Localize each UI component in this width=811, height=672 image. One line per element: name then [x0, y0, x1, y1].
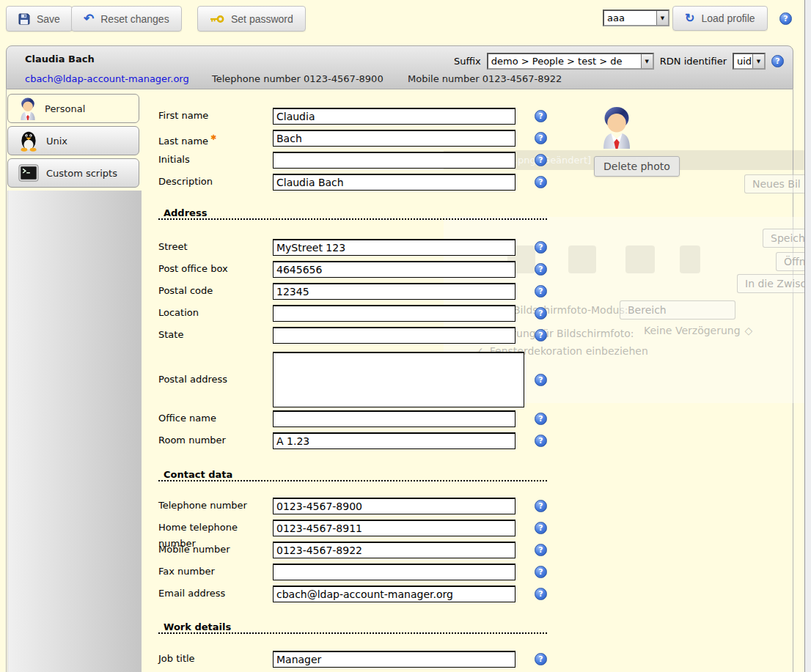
last-name-label: Last name — [158, 136, 208, 147]
initials-help-icon[interactable]: ? — [535, 154, 547, 166]
dropdown-arrow-icon: ▼ — [752, 54, 764, 68]
description-input[interactable] — [273, 174, 515, 191]
postal-address-help-icon[interactable]: ? — [535, 374, 547, 386]
tab-unix-label: Unix — [46, 136, 67, 147]
last-name-input[interactable] — [273, 130, 515, 147]
initials-label: Initials — [158, 152, 273, 168]
scrollbar[interactable] — [804, 0, 811, 672]
street-label: Street — [158, 239, 273, 255]
set-password-button[interactable]: Set password — [197, 6, 306, 32]
sidebar-panel — [7, 191, 142, 672]
dropdown-arrow-icon: ▼ — [656, 11, 668, 25]
form-row-first-name: First name ? — [158, 108, 576, 130]
postal-code-help-icon[interactable]: ? — [535, 285, 547, 298]
first-name-help-icon[interactable]: ? — [535, 110, 547, 122]
room-number-input[interactable] — [273, 432, 515, 449]
location-help-icon[interactable]: ? — [535, 307, 547, 320]
postal-address-label: Postal address — [158, 372, 273, 388]
email-input[interactable] — [273, 586, 515, 602]
po-box-label: Post office box — [158, 261, 273, 277]
tab-unix[interactable]: Unix — [7, 126, 139, 155]
room-number-help-icon[interactable]: ? — [535, 435, 547, 447]
location-label: Location — [158, 305, 273, 321]
reset-changes-label: Reset changes — [100, 13, 169, 25]
street-input[interactable] — [273, 239, 515, 256]
suffix-select[interactable]: demo > People > test > de ▼ — [487, 53, 654, 70]
header-telephone-text: Telephone number 0123-4567-8900 — [212, 73, 384, 84]
form-row-description: Description ? — [158, 174, 576, 196]
form-row-last-name: Last name✱ ? — [158, 130, 576, 152]
home-telephone-input[interactable] — [273, 520, 515, 536]
form-row-office-name: Office name ? — [158, 410, 576, 432]
po-box-help-icon[interactable]: ? — [535, 263, 547, 276]
po-box-input[interactable] — [273, 261, 515, 278]
profile-select-value: aaa — [604, 11, 656, 25]
form-row-initials: Initials ? — [158, 152, 576, 174]
room-number-label: Room number — [158, 432, 273, 448]
form-row-room-number: Room number ? — [158, 432, 576, 454]
rdn-select[interactable]: uid ▼ — [733, 53, 766, 70]
rdn-label: RDN identifier — [660, 56, 727, 67]
fax-input[interactable] — [273, 564, 515, 580]
form-row-home-telephone: Home telephone number ? — [158, 520, 576, 542]
form-row-postal-address: Postal address ? — [158, 349, 576, 410]
fax-help-icon[interactable]: ? — [535, 566, 547, 578]
delete-photo-button[interactable]: Delete photo — [594, 156, 680, 177]
reset-changes-button[interactable]: ↶ Reset changes — [71, 6, 182, 32]
suffix-select-value: demo > People > test > de — [488, 54, 641, 68]
header-suffix-controls: Suffix demo > People > test > de ▼ RDN i… — [454, 53, 784, 70]
account-title: Claudia Bach — [25, 53, 95, 64]
description-help-icon[interactable]: ? — [535, 176, 547, 188]
load-profile-label: Load profile — [701, 12, 755, 24]
form-row-fax: Fax number ? — [158, 564, 576, 586]
office-name-input[interactable] — [273, 410, 515, 427]
form-row-postal-code: Postal code ? — [158, 283, 576, 305]
postal-code-input[interactable] — [273, 283, 515, 300]
section-heading-work: Work details — [158, 621, 547, 634]
email-help-icon[interactable]: ? — [535, 588, 547, 600]
suffix-help-icon[interactable]: ? — [771, 55, 784, 67]
ghost-thumbnail — [680, 245, 700, 273]
section-heading-address: Address — [158, 207, 547, 220]
state-input[interactable] — [273, 327, 515, 344]
load-profile-button[interactable]: ↻ Load profile — [672, 6, 768, 31]
ghost-delay-value-box: Keine Verzögerung ◇ — [644, 325, 752, 336]
street-help-icon[interactable]: ? — [535, 241, 547, 254]
tab-personal[interactable]: Personal — [7, 94, 139, 123]
office-name-help-icon[interactable]: ? — [535, 413, 547, 425]
telephone-help-icon[interactable]: ? — [535, 500, 547, 512]
header-info-row: cbach@ldap-account-manager.org Telephone… — [7, 73, 793, 88]
tux-penguin-icon — [18, 129, 39, 152]
save-button[interactable]: Save — [6, 6, 73, 32]
postal-address-textarea[interactable] — [273, 352, 524, 407]
ghost-thumbnail — [625, 245, 655, 273]
form-row-location: Location ? — [158, 305, 576, 327]
location-input[interactable] — [273, 305, 515, 322]
ghost-new-snapshot-button: Neues Bil — [744, 174, 811, 193]
last-name-help-icon[interactable]: ? — [535, 132, 547, 144]
state-help-icon[interactable]: ? — [535, 329, 547, 341]
email-link[interactable]: cbach@ldap-account-manager.org — [25, 73, 189, 84]
ghost-copy-clipboard-button: In die Zwische — [737, 274, 811, 293]
profile-select[interactable]: aaa ▼ — [603, 10, 669, 26]
mobile-input[interactable] — [273, 542, 515, 558]
form-row-email: Email address ? — [158, 586, 576, 608]
required-marker: ✱ — [210, 133, 216, 141]
tab-custom-scripts[interactable]: Custom scripts — [7, 158, 139, 188]
office-name-label: Office name — [158, 410, 273, 427]
telephone-input[interactable] — [273, 498, 515, 514]
job-title-input[interactable] — [273, 651, 515, 668]
first-name-input[interactable] — [273, 108, 515, 125]
mobile-help-icon[interactable]: ? — [535, 544, 547, 556]
initials-input[interactable] — [273, 152, 515, 169]
save-button-label: Save — [37, 13, 60, 25]
postal-code-label: Postal code — [158, 283, 273, 299]
form-row-job-title: Job title ? — [158, 651, 576, 672]
state-label: State — [158, 327, 273, 343]
rdn-select-value: uid — [734, 54, 752, 68]
job-title-label: Job title — [158, 651, 273, 667]
toolbar-help-icon[interactable]: ? — [779, 12, 792, 25]
ghost-mode-value: Bereich — [620, 300, 735, 320]
job-title-help-icon[interactable]: ? — [535, 653, 547, 665]
home-telephone-help-icon[interactable]: ? — [535, 522, 547, 534]
